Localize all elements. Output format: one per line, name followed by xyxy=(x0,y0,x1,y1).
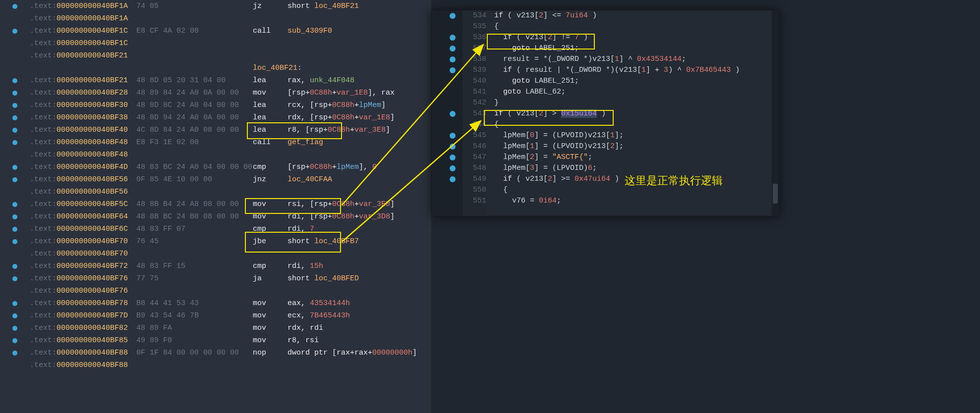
breakpoint-slot[interactable] xyxy=(432,87,443,98)
breakpoint-slot[interactable] xyxy=(0,62,30,74)
asm-line[interactable]: .text:000000000040BF70 76 45jbeshort loc… xyxy=(0,235,431,248)
asm-line[interactable]: loc_40BF21: xyxy=(0,62,431,74)
breakpoint-slot[interactable] xyxy=(0,173,30,186)
breakpoint-slot[interactable] xyxy=(432,152,443,163)
asm-line[interactable]: .text:000000000040BF1A xyxy=(0,12,431,25)
asm-line[interactable]: .text:000000000040BF88 xyxy=(0,359,431,371)
pseudo-line[interactable]: 545 lpMem[0] = (LPVOID)v213[1]; xyxy=(432,130,779,141)
breakpoint-slot2[interactable] xyxy=(443,163,462,174)
breakpoint-slot[interactable] xyxy=(432,108,443,119)
breakpoint-slot[interactable] xyxy=(432,65,443,76)
asm-line[interactable]: .text:000000000040BF85 49 89 F0movr8, rs… xyxy=(0,334,431,347)
breakpoint-slot[interactable] xyxy=(432,174,443,185)
pseudo-line[interactable]: 535{ xyxy=(432,21,779,32)
breakpoint-slot[interactable] xyxy=(0,50,30,62)
pseudo-line[interactable]: 544{ xyxy=(432,119,779,130)
asm-line[interactable]: .text:000000000040BF21 48 8D 05 20 31 04… xyxy=(0,74,431,87)
breakpoint-slot2[interactable] xyxy=(443,141,462,152)
pseudo-line[interactable]: 550 { xyxy=(432,185,779,196)
pseudo-line[interactable]: 538 result = *(_DWORD *)v213[1] ^ 0x4353… xyxy=(432,54,779,65)
asm-line[interactable]: .text:000000000040BF82 48 89 FAmovrdx, r… xyxy=(0,322,431,334)
pseudo-line[interactable]: 543if ( v213[2] > 0x15ui64 ) xyxy=(432,108,779,119)
breakpoint-slot2[interactable] xyxy=(443,10,462,21)
breakpoint-slot[interactable] xyxy=(0,161,30,173)
asm-line[interactable]: .text:000000000040BF48 xyxy=(0,149,431,161)
asm-line[interactable]: .text:000000000040BF5C 48 8B B4 24 A8 08… xyxy=(0,198,431,210)
breakpoint-slot[interactable] xyxy=(432,10,443,21)
breakpoint-slot2[interactable] xyxy=(443,65,462,76)
breakpoint-slot[interactable] xyxy=(432,130,443,141)
breakpoint-slot[interactable] xyxy=(432,185,443,196)
breakpoint-slot[interactable] xyxy=(0,198,30,210)
asm-line[interactable]: .text:000000000040BF38 48 8D 94 24 A0 0A… xyxy=(0,111,431,124)
asm-line[interactable]: .text:000000000040BF4D 48 83 BC 24 A0 04… xyxy=(0,161,431,173)
breakpoint-slot[interactable] xyxy=(0,111,30,124)
breakpoint-slot[interactable] xyxy=(0,310,30,322)
breakpoint-slot2[interactable] xyxy=(443,98,462,108)
breakpoint-slot2[interactable] xyxy=(443,108,462,119)
asm-line[interactable]: .text:000000000040BF88 0F 1F 84 00 00 00… xyxy=(0,347,431,359)
breakpoint-slot2[interactable] xyxy=(443,185,462,196)
pseudo-line[interactable]: 542} xyxy=(432,98,779,108)
breakpoint-slot[interactable] xyxy=(432,21,443,32)
breakpoint-slot[interactable] xyxy=(0,322,30,334)
asm-line[interactable]: .text:000000000040BF28 48 89 84 24 A0 0A… xyxy=(0,87,431,99)
breakpoint-slot2[interactable] xyxy=(443,21,462,32)
asm-line[interactable]: .text:000000000040BF76 xyxy=(0,285,431,297)
breakpoint-slot[interactable] xyxy=(0,285,30,297)
scrollbar[interactable] xyxy=(772,10,779,216)
pseudo-line[interactable]: 540 goto LABEL_251; xyxy=(432,76,779,87)
breakpoint-slot[interactable] xyxy=(0,12,30,25)
pseudo-line[interactable]: 547 lpMem[2] = "ASCTF{"; xyxy=(432,152,779,163)
breakpoint-slot[interactable] xyxy=(0,149,30,161)
pseudo-line[interactable]: 539 if ( result | *(_DWORD *)(v213[1] + … xyxy=(432,65,779,76)
asm-line[interactable]: .text:000000000040BF1C E8 CF 4A 02 00cal… xyxy=(0,25,431,37)
breakpoint-slot[interactable] xyxy=(432,32,443,43)
breakpoint-slot[interactable] xyxy=(432,141,443,152)
breakpoint-slot[interactable] xyxy=(0,25,30,37)
breakpoint-slot2[interactable] xyxy=(443,119,462,130)
asm-line[interactable]: .text:000000000040BF40 4C 8D 84 24 A0 08… xyxy=(0,124,431,136)
breakpoint-slot[interactable] xyxy=(0,359,30,371)
asm-line[interactable]: .text:000000000040BF56 xyxy=(0,186,431,198)
breakpoint-slot[interactable] xyxy=(0,272,30,285)
pseudo-line[interactable]: 537 goto LABEL_251; xyxy=(432,43,779,54)
asm-line[interactable]: .text:000000000040BF78 B8 44 41 53 43mov… xyxy=(0,297,431,310)
breakpoint-slot[interactable] xyxy=(432,43,443,54)
breakpoint-slot2[interactable] xyxy=(443,32,462,43)
breakpoint-slot[interactable] xyxy=(432,54,443,65)
breakpoint-slot2[interactable] xyxy=(443,54,462,65)
asm-line[interactable]: .text:000000000040BF72 48 83 FF 15cmprdi… xyxy=(0,260,431,272)
asm-line[interactable]: .text:000000000040BF64 48 8B BC 24 B0 08… xyxy=(0,210,431,223)
asm-line[interactable]: .text:000000000040BF7D B9 43 54 46 7Bmov… xyxy=(0,310,431,322)
breakpoint-slot[interactable] xyxy=(0,37,30,50)
breakpoint-slot[interactable] xyxy=(0,74,30,87)
breakpoint-slot[interactable] xyxy=(0,347,30,359)
breakpoint-slot[interactable] xyxy=(432,76,443,87)
breakpoint-slot[interactable] xyxy=(0,0,30,12)
breakpoint-slot[interactable] xyxy=(432,163,443,174)
disassembly-pane[interactable]: .text:000000000040BF1A 74 05jzshort loc_… xyxy=(0,0,431,413)
breakpoint-slot[interactable] xyxy=(432,119,443,130)
pseudo-line[interactable]: 546 lpMem[1] = (LPVOID)v213[2]; xyxy=(432,141,779,152)
breakpoint-slot[interactable] xyxy=(432,98,443,108)
breakpoint-slot[interactable] xyxy=(0,297,30,310)
breakpoint-slot2[interactable] xyxy=(443,87,462,98)
breakpoint-slot[interactable] xyxy=(0,87,30,99)
asm-line[interactable]: .text:000000000040BF76 77 75jashort loc_… xyxy=(0,272,431,285)
breakpoint-slot[interactable] xyxy=(0,124,30,136)
breakpoint-slot[interactable] xyxy=(0,210,30,223)
breakpoint-slot[interactable] xyxy=(0,99,30,111)
scrollbar-thumb[interactable] xyxy=(773,184,778,204)
breakpoint-slot2[interactable] xyxy=(443,130,462,141)
asm-line[interactable]: .text:000000000040BF1A 74 05jzshort loc_… xyxy=(0,0,431,12)
pseudo-line[interactable]: 549 if ( v213[2] >= 0x47ui64 ) xyxy=(432,174,779,185)
breakpoint-slot[interactable] xyxy=(0,260,30,272)
asm-line[interactable]: .text:000000000040BF56 0F 85 4E 10 00 00… xyxy=(0,173,431,186)
pseudo-line[interactable]: 536 if ( v213[2] != 7 ) xyxy=(432,32,779,43)
pseudo-line[interactable]: 548 lpMem[3] = (LPVOID)6; xyxy=(432,163,779,174)
breakpoint-slot[interactable] xyxy=(0,248,30,260)
pseudo-line[interactable]: 534if ( v213[2] <= 7ui64 ) xyxy=(432,10,779,21)
pseudo-line[interactable]: 541 goto LABEL_62; xyxy=(432,87,779,98)
breakpoint-slot2[interactable] xyxy=(443,174,462,185)
